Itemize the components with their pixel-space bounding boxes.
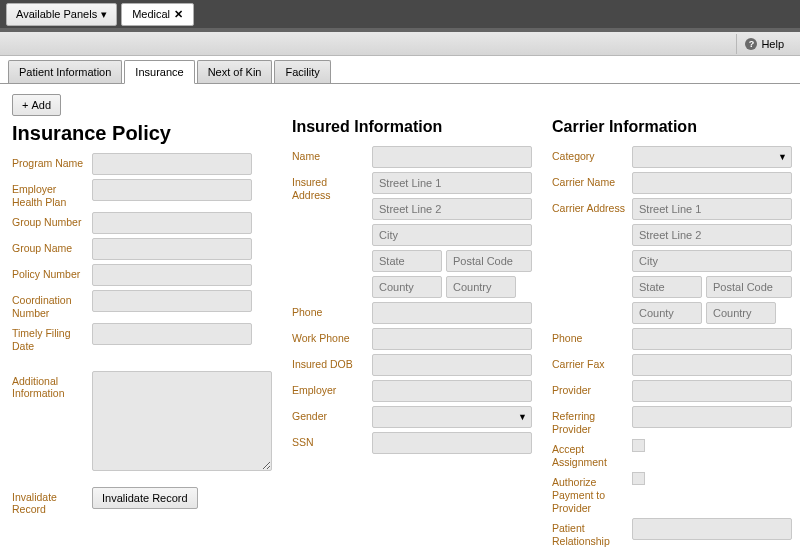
close-icon[interactable]: ✕ xyxy=(174,8,183,21)
label-carrier-phone: Phone xyxy=(552,328,632,345)
add-button[interactable]: + Add xyxy=(12,94,61,116)
carrier-country-field[interactable] xyxy=(706,302,776,324)
patient-relationship-field[interactable] xyxy=(632,518,792,540)
insured-city-field[interactable] xyxy=(372,224,532,246)
insured-street1-field[interactable] xyxy=(372,172,532,194)
insured-postal-field[interactable] xyxy=(446,250,532,272)
coord-number-field[interactable] xyxy=(92,290,252,312)
chevron-down-icon: ▼ xyxy=(518,412,527,422)
label-timely-filing: Timely Filing Date xyxy=(12,323,92,352)
label-referring-provider: Referring Provider xyxy=(552,406,632,435)
policy-heading: Insurance Policy xyxy=(12,122,272,145)
label-carrier-category: Category xyxy=(552,146,632,163)
carrier-name-field[interactable] xyxy=(632,172,792,194)
label-patient-relationship: Patient Relationship xyxy=(552,518,632,547)
tab-facility[interactable]: Facility xyxy=(274,60,330,83)
add-label: Add xyxy=(31,99,51,111)
label-program-name: Program Name xyxy=(12,153,92,170)
content-area: + Add Insurance Policy Program Name Empl… xyxy=(0,84,800,554)
label-insured-name: Name xyxy=(292,146,372,163)
insured-employer-field[interactable] xyxy=(372,380,532,402)
insured-heading: Insured Information xyxy=(292,118,532,136)
authorize-payment-checkbox[interactable] xyxy=(632,472,645,485)
label-insured-gender: Gender xyxy=(292,406,372,423)
provider-field[interactable] xyxy=(632,380,792,402)
help-button[interactable]: ? Help xyxy=(736,34,792,54)
label-insured-ssn: SSN xyxy=(292,432,372,449)
carrier-phone-field[interactable] xyxy=(632,328,792,350)
insured-dob-field[interactable] xyxy=(372,354,532,376)
carrier-fax-field[interactable] xyxy=(632,354,792,376)
help-icon: ? xyxy=(745,38,757,50)
carrier-city-field[interactable] xyxy=(632,250,792,272)
carrier-state-field[interactable] xyxy=(632,276,702,298)
label-insured-dob: Insured DOB xyxy=(292,354,372,371)
carrier-street1-field[interactable] xyxy=(632,198,792,220)
program-name-field[interactable] xyxy=(92,153,252,175)
insured-name-field[interactable] xyxy=(372,146,532,168)
label-group-number: Group Number xyxy=(12,212,92,229)
carrier-postal-field[interactable] xyxy=(706,276,792,298)
chevron-down-icon: ▼ xyxy=(778,152,787,162)
label-carrier-fax: Carrier Fax xyxy=(552,354,632,371)
carrier-category-select[interactable]: ▼ xyxy=(632,146,792,168)
timely-filing-field[interactable] xyxy=(92,323,252,345)
label-insured-phone: Phone xyxy=(292,302,372,319)
carrier-information-section: Carrier Information Category▼ Carrier Na… xyxy=(552,116,792,551)
label-insured-address: Insured Address xyxy=(292,172,372,201)
additional-info-textarea[interactable] xyxy=(92,371,272,471)
tab-insurance[interactable]: Insurance xyxy=(124,60,194,84)
accept-assignment-checkbox[interactable] xyxy=(632,439,645,452)
employer-plan-field[interactable] xyxy=(92,179,252,201)
label-accept-assignment: Accept Assignment xyxy=(552,439,632,468)
insurance-policy-section: Insurance Policy Program Name Employer H… xyxy=(12,116,272,551)
label-employer-plan: Employer Health Plan xyxy=(12,179,92,208)
insured-street2-field[interactable] xyxy=(372,198,532,220)
panel-tab-label: Medical xyxy=(132,8,170,20)
label-provider: Provider xyxy=(552,380,632,397)
label-insured-employer: Employer xyxy=(292,380,372,397)
carrier-heading: Carrier Information xyxy=(552,118,792,136)
insured-gender-select[interactable]: ▼ xyxy=(372,406,532,428)
insured-information-section: Insured Information Name Insured Address xyxy=(292,116,532,551)
label-authorize-payment: Authorize Payment to Provider xyxy=(552,472,632,514)
label-coord-number: Coordination Number xyxy=(12,290,92,319)
insured-county-field[interactable] xyxy=(372,276,442,298)
group-number-field[interactable] xyxy=(92,212,252,234)
label-group-name: Group Name xyxy=(12,238,92,255)
label-additional-info: Additional Information xyxy=(12,371,92,400)
insured-phone-field[interactable] xyxy=(372,302,532,324)
plus-icon: + xyxy=(22,99,28,111)
help-label: Help xyxy=(761,38,784,50)
label-carrier-address: Carrier Address xyxy=(552,198,632,215)
panel-tab-medical[interactable]: Medical ✕ xyxy=(121,3,194,26)
available-panels-dropdown[interactable]: Available Panels ▾ xyxy=(6,3,117,26)
help-bar: ? Help xyxy=(0,32,800,56)
insured-ssn-field[interactable] xyxy=(372,432,532,454)
insured-state-field[interactable] xyxy=(372,250,442,272)
insured-country-field[interactable] xyxy=(446,276,516,298)
tab-patient-information[interactable]: Patient Information xyxy=(8,60,122,83)
label-insured-work-phone: Work Phone xyxy=(292,328,372,345)
insured-work-phone-field[interactable] xyxy=(372,328,532,350)
tab-next-of-kin[interactable]: Next of Kin xyxy=(197,60,273,83)
referring-provider-field[interactable] xyxy=(632,406,792,428)
caret-down-icon: ▾ xyxy=(101,8,107,21)
available-panels-label: Available Panels xyxy=(16,8,97,20)
label-invalidate-record: Invalidate Record xyxy=(12,487,92,516)
policy-number-field[interactable] xyxy=(92,264,252,286)
app-topbar: Available Panels ▾ Medical ✕ xyxy=(0,0,800,28)
label-carrier-name: Carrier Name xyxy=(552,172,632,189)
label-policy-number: Policy Number xyxy=(12,264,92,281)
carrier-street2-field[interactable] xyxy=(632,224,792,246)
page-tabs: Patient Information Insurance Next of Ki… xyxy=(0,56,800,84)
group-name-field[interactable] xyxy=(92,238,252,260)
invalidate-record-button[interactable]: Invalidate Record xyxy=(92,487,198,509)
carrier-county-field[interactable] xyxy=(632,302,702,324)
